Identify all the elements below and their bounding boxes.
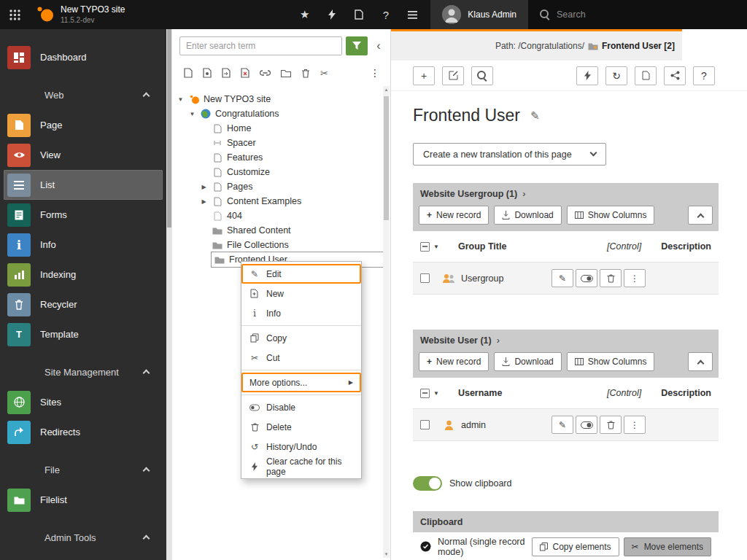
more-actions-button[interactable]: ⋮	[624, 416, 646, 434]
sidebar-item-recycler[interactable]: Recycler	[4, 289, 163, 319]
collapse-panel-button[interactable]	[688, 206, 713, 225]
context-menu-item-info[interactable]: i Info	[241, 303, 361, 323]
tree-node[interactable]: Spacer	[172, 136, 390, 150]
more-actions-button[interactable]: ⋮	[624, 269, 646, 287]
table-row[interactable]: Usergroup ✎ ⋮	[413, 262, 719, 295]
tree-node[interactable]: ▼ Congratulations	[172, 106, 390, 121]
delete-record-button[interactable]	[600, 416, 622, 434]
chevron-right-icon[interactable]: ›	[522, 189, 525, 199]
move-elements-button[interactable]: ✂Move elements	[624, 537, 711, 556]
tree-node[interactable]: Home	[172, 121, 390, 136]
chevron-right-icon[interactable]: ›	[497, 335, 500, 346]
sidebar-item-dashboard[interactable]: Dashboard	[4, 42, 163, 72]
share-button[interactable]	[664, 66, 686, 85]
new-shortcut-page-icon[interactable]	[203, 68, 212, 78]
tree-node-root[interactable]: ▼ New TYPO3 site	[172, 92, 390, 106]
search-input[interactable]	[557, 9, 703, 20]
sidebar-item-info[interactable]: i Info	[4, 230, 163, 260]
translation-dropdown[interactable]: Create a new translation of this page	[413, 143, 606, 166]
context-menu-item-new[interactable]: New	[241, 284, 361, 303]
tree-node[interactable]: ▶ Content Examples	[172, 194, 390, 209]
tree-more-icon[interactable]: ⋮	[370, 67, 380, 79]
radio-selected-icon[interactable]	[420, 541, 431, 552]
new-record-button[interactable]: +New record	[419, 352, 489, 371]
help-button[interactable]: ?	[693, 66, 715, 85]
new-record-icon-button[interactable]: +	[413, 66, 435, 85]
download-button[interactable]: Download	[494, 206, 561, 225]
clear-cache-icon[interactable]	[318, 0, 345, 29]
sidebar-item-forms[interactable]: Forms	[4, 200, 163, 230]
tree-node[interactable]: Features	[172, 150, 390, 165]
sidebar-item-indexing[interactable]: Indexing	[4, 260, 163, 289]
tree-node[interactable]: 404	[172, 209, 390, 223]
sidebar-item-template[interactable]: T Template	[4, 319, 163, 349]
user-menu[interactable]: Klaus Admin	[430, 0, 528, 29]
select-all-checkbox[interactable]	[420, 389, 430, 398]
folder-icon[interactable]	[281, 69, 291, 77]
context-menu-item-more-options[interactable]: More options... ▶	[241, 373, 361, 392]
caret-right-icon[interactable]: ▶	[200, 198, 208, 205]
row-checkbox[interactable]	[420, 273, 430, 283]
hide-record-button[interactable]	[576, 269, 597, 287]
search-button[interactable]	[471, 66, 493, 85]
scroll-up-icon[interactable]: ▲	[383, 88, 390, 92]
edit-record-button[interactable]: ✎	[551, 416, 573, 434]
opendocs-icon[interactable]	[345, 0, 372, 29]
link-icon[interactable]	[260, 70, 271, 76]
collapse-panel-button[interactable]	[688, 352, 713, 371]
context-menu-item-copy[interactable]: Copy	[241, 328, 361, 348]
context-menu-item-history[interactable]: ↺ History/Undo	[241, 437, 361, 456]
systemlog-icon[interactable]	[399, 0, 426, 29]
scroll-down-icon[interactable]: ▼	[383, 552, 390, 556]
edit-page-button[interactable]	[442, 66, 464, 85]
copy-elements-button[interactable]: Copy elements	[532, 537, 619, 556]
collapse-tree-icon[interactable]: ‹	[371, 40, 386, 52]
select-caret-icon[interactable]: ▼	[433, 244, 439, 250]
context-menu-item-disable[interactable]: Disable	[241, 397, 361, 417]
hide-record-button[interactable]	[576, 416, 597, 434]
tree-scrollbar[interactable]: ▲ ▼	[383, 86, 390, 558]
table-row[interactable]: admin ✎ ⋮	[413, 408, 719, 441]
brand[interactable]: New TYPO3 site 11.5.2-dev	[29, 0, 132, 29]
caret-right-icon[interactable]: ▶	[200, 184, 208, 190]
sidebar-section-site-management[interactable]: Site Management	[0, 357, 166, 387]
sidebar-item-filelist[interactable]: Filelist	[4, 485, 163, 515]
tree-node[interactable]: File Collections	[172, 238, 390, 252]
tree-filter-button[interactable]	[346, 36, 368, 55]
sidebar-item-page[interactable]: Page	[4, 110, 163, 140]
sidebar-item-list[interactable]: List	[4, 170, 163, 200]
edit-title-icon[interactable]: ✎	[530, 109, 540, 122]
sidebar-scrollbar[interactable]	[166, 29, 172, 560]
trash-icon[interactable]	[301, 69, 310, 78]
delete-record-button[interactable]	[600, 269, 622, 287]
sidebar-section-web[interactable]: Web	[0, 80, 166, 110]
sidebar-item-view[interactable]: View	[4, 140, 163, 170]
new-page-icon[interactable]	[184, 68, 193, 78]
download-button[interactable]: Download	[494, 352, 561, 371]
apps-grid-icon[interactable]	[0, 0, 29, 29]
show-columns-button[interactable]: Show Columns	[567, 206, 655, 225]
tree-search-input[interactable]	[179, 36, 342, 55]
tree-node[interactable]: Customize	[172, 165, 390, 179]
new-error-page-icon[interactable]	[241, 68, 249, 78]
sidebar-section-file[interactable]: File	[0, 455, 166, 485]
help-icon[interactable]: ?	[372, 0, 399, 29]
select-all-checkbox[interactable]	[420, 242, 430, 252]
show-columns-button[interactable]: Show Columns	[567, 352, 655, 371]
sidebar-item-redirects[interactable]: Redirects	[4, 417, 163, 447]
new-link-page-icon[interactable]	[222, 68, 231, 78]
context-menu-item-delete[interactable]: Delete	[241, 417, 361, 437]
context-menu-item-clear-cache[interactable]: Clear cache for this page	[241, 456, 361, 476]
doc-button[interactable]	[635, 66, 657, 85]
sidebar-item-sites[interactable]: Sites	[4, 387, 163, 417]
tree-node[interactable]: ▶ Pages	[172, 179, 390, 194]
bookmark-icon[interactable]: ★	[291, 0, 318, 29]
new-record-button[interactable]: +New record	[419, 206, 489, 225]
context-menu-item-edit[interactable]: ✎ Edit	[241, 264, 361, 284]
scrollbar-thumb[interactable]	[167, 29, 171, 228]
show-clipboard-toggle[interactable]	[413, 476, 442, 491]
cache-button[interactable]	[576, 66, 598, 85]
row-checkbox[interactable]	[420, 420, 430, 429]
cut-icon[interactable]: ✂	[320, 68, 328, 79]
reload-button[interactable]: ↻	[605, 66, 627, 85]
